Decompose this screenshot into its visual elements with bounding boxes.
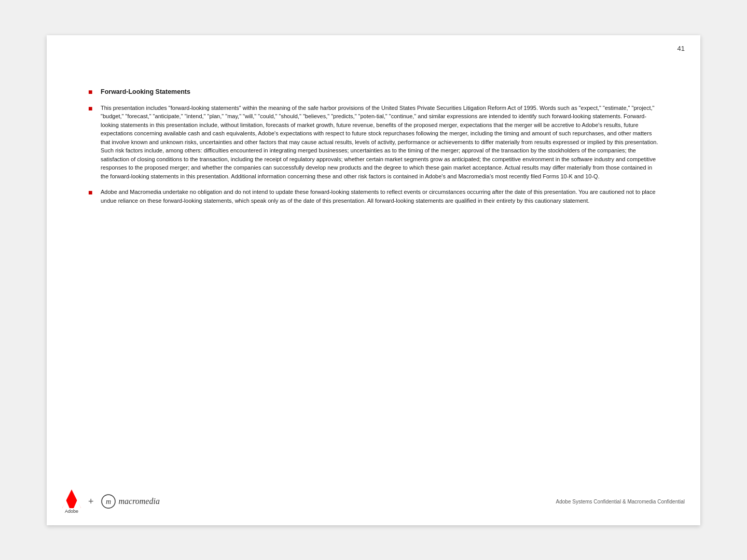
macromedia-logo: m macromedia	[101, 494, 160, 509]
bullet-list: ■ Forward-Looking Statements ■ This pres…	[88, 87, 659, 205]
footer-confidential: Adobe Systems Confidential & Macromedia …	[556, 499, 685, 505]
adobe-logo: Adobe	[62, 489, 81, 514]
list-item: ■ Forward-Looking Statements	[88, 87, 659, 96]
svg-text:m: m	[105, 498, 110, 506]
bullet-title: Forward-Looking Statements	[101, 88, 190, 95]
bullet-content: Forward-Looking Statements	[101, 87, 659, 96]
slide: 41 ■ Forward-Looking Statements ■ This p…	[47, 35, 700, 525]
adobe-icon	[62, 489, 81, 508]
footer-logos: Adobe + m macromedia	[62, 489, 160, 514]
bullet-text: Adobe and Macromedia undertake no obliga…	[101, 189, 656, 204]
macromedia-label: macromedia	[119, 497, 160, 506]
bullet-content: Adobe and Macromedia undertake no obliga…	[101, 188, 659, 205]
footer: Adobe + m macromedia Adobe Systems Confi…	[47, 489, 700, 514]
adobe-label: Adobe	[65, 509, 78, 514]
macromedia-icon: m	[101, 494, 116, 509]
list-item: ■ This presentation includes "forward-lo…	[88, 104, 659, 181]
content-area: ■ Forward-Looking Statements ■ This pres…	[88, 87, 659, 205]
bullet-text: This presentation includes "forward-look…	[101, 105, 658, 179]
bullet-icon: ■	[88, 105, 96, 112]
bullet-content: This presentation includes "forward-look…	[101, 104, 659, 181]
page-number: 41	[677, 45, 685, 52]
bullet-icon: ■	[88, 88, 96, 95]
bullet-icon: ■	[88, 189, 96, 196]
list-item: ■ Adobe and Macromedia undertake no obli…	[88, 188, 659, 205]
plus-sign: +	[88, 496, 94, 507]
